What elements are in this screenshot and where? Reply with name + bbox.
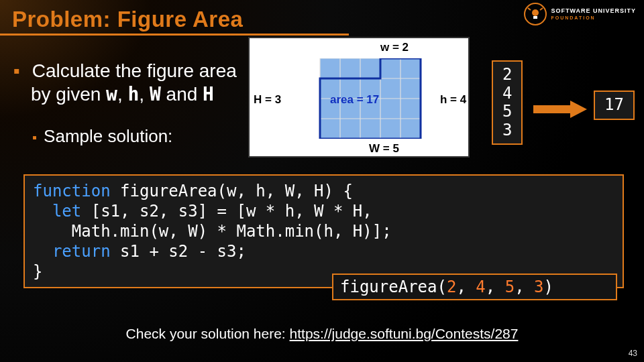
fig-label-h: h = 4 xyxy=(440,93,466,107)
call-fn: figureArea( xyxy=(340,278,447,296)
output-box: 17 xyxy=(594,90,635,120)
kw-w: w xyxy=(106,83,117,105)
page-number: 43 xyxy=(629,349,637,358)
bullet-line2: by given w, h, W and H xyxy=(13,82,237,106)
code-block: function figureArea(w, h, W, H) { let [s… xyxy=(23,174,624,288)
svg-rect-2 xyxy=(533,16,537,19)
logo-text-2: FOUNDATION xyxy=(551,15,636,20)
sep2: , xyxy=(139,84,150,105)
svg-rect-9 xyxy=(320,78,421,139)
svg-line-3 xyxy=(528,8,531,10)
arg-2: 5 xyxy=(505,278,515,296)
kw-h: h xyxy=(128,83,140,105)
svg-line-4 xyxy=(540,8,543,10)
bullet-pre: by given xyxy=(31,84,106,105)
input-box: 2 4 5 3 xyxy=(492,60,523,145)
fig-label-area: area = 17 xyxy=(330,93,379,107)
arg-3: 3 xyxy=(534,278,543,296)
kw-H: H xyxy=(203,83,214,105)
call-close: ) xyxy=(543,278,553,296)
fig-label-w: w = 2 xyxy=(380,41,409,54)
lightbulb-gear-icon xyxy=(524,3,547,25)
svg-marker-22 xyxy=(570,101,587,118)
fig-label-H: H = 3 xyxy=(254,93,281,107)
svg-point-1 xyxy=(532,9,539,16)
bullet-main: Calculate the figure area by given w, h,… xyxy=(13,59,237,106)
logo: SOFTWARE UNIVERSITY FOUNDATION xyxy=(524,3,636,25)
arg-0: 2 xyxy=(447,278,456,296)
bullet-line1: Calculate the figure area xyxy=(32,60,237,81)
figure-diagram: w = 2 H = 3 area = 17 h = 4 W = 5 xyxy=(248,37,470,158)
code-call: figureArea(2, 4, 5, 3) xyxy=(332,274,617,300)
logo-text-1: SOFTWARE UNIVERSITY xyxy=(551,8,636,14)
sep3: and xyxy=(161,84,203,105)
footer: Check your solution here: https://judge.… xyxy=(0,326,644,342)
arg-1: 4 xyxy=(476,278,485,296)
sep1: , xyxy=(117,84,128,105)
bullet-sub: Sample solution: xyxy=(32,126,172,147)
arrow-icon xyxy=(533,101,587,118)
footer-link[interactable]: https://judge.softuni.bg/Contests/287 xyxy=(290,326,519,341)
svg-rect-21 xyxy=(533,105,570,113)
slide-title: Problem: Figure Area xyxy=(12,7,243,32)
title-underline xyxy=(0,34,349,36)
footer-text: Check your solution here: xyxy=(126,326,290,341)
fig-label-W: W = 5 xyxy=(369,142,399,156)
kw-W: W xyxy=(150,83,161,105)
